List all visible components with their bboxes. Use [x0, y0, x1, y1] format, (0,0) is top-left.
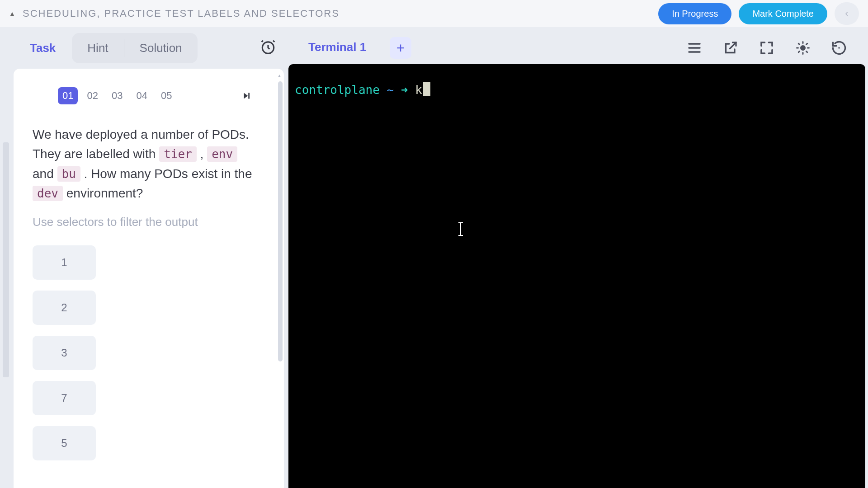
alarm-clock-icon [259, 38, 277, 56]
question-hint: Use selectors to filter the output [33, 215, 258, 229]
step-list: 01 02 03 04 05 [58, 87, 176, 104]
answer-list: 1 2 3 7 5 [33, 245, 258, 460]
terminal-viewport[interactable]: controlplane ~ ➜ k [288, 64, 865, 488]
code-bu: bu [57, 166, 80, 182]
step-01[interactable]: 01 [58, 87, 78, 104]
skip-next-icon [241, 90, 253, 102]
answer-option[interactable]: 1 [33, 245, 96, 280]
fullscreen-icon [759, 40, 775, 56]
mark-complete-button[interactable]: Mark Complete [739, 3, 827, 24]
chevron-left-icon: ‹ [845, 8, 848, 19]
question-fragment: environment? [63, 186, 143, 200]
timer-button[interactable] [252, 34, 284, 62]
in-progress-button[interactable]: In Progress [658, 3, 731, 24]
step-02[interactable]: 02 [82, 87, 102, 104]
code-dev: dev [33, 186, 63, 201]
terminal-panel: Terminal 1 + [288, 32, 865, 488]
tab-solution[interactable]: Solution [124, 33, 198, 63]
code-env: env [207, 146, 237, 162]
text-caret-icon [460, 222, 461, 236]
question-fragment: , [197, 147, 207, 161]
plus-icon: + [396, 40, 405, 56]
answer-option[interactable]: 3 [33, 336, 96, 370]
menu-button[interactable] [686, 40, 703, 56]
restore-icon [831, 40, 847, 56]
step-04[interactable]: 04 [132, 87, 151, 104]
terminal-tab-1[interactable]: Terminal 1 [293, 31, 382, 65]
add-terminal-button[interactable]: + [390, 37, 411, 59]
prompt-arrow: ➜ [401, 83, 408, 97]
question-fragment: . How many PODs exist in the [80, 167, 252, 181]
prompt-host: controlplane [295, 83, 380, 97]
left-resize-handle[interactable] [3, 142, 9, 377]
hamburger-icon [686, 40, 703, 56]
answer-option[interactable]: 7 [33, 381, 96, 415]
open-external-button[interactable] [722, 40, 739, 56]
tab-task[interactable]: Task [14, 33, 72, 63]
collapse-right-button[interactable]: ‹ [835, 2, 859, 25]
svg-rect-1 [248, 93, 250, 99]
terminal-line: controlplane ~ ➜ k [295, 82, 859, 97]
step-03[interactable]: 03 [107, 87, 127, 104]
scroll-up-icon: ▴ [278, 72, 281, 79]
code-tier: tier [159, 146, 197, 162]
step-05[interactable]: 05 [156, 87, 176, 104]
theme-button[interactable] [795, 40, 811, 56]
answer-option[interactable]: 5 [33, 426, 96, 460]
breadcrumb: SCHEDULING, PRACTICE TEST LABELS AND SEL… [23, 8, 658, 19]
sun-icon [795, 40, 811, 56]
reset-button[interactable] [831, 40, 847, 56]
chevron-up-icon[interactable]: ▲ [9, 10, 18, 17]
answer-option[interactable]: 2 [33, 291, 96, 325]
svg-point-3 [838, 47, 840, 49]
question-text: We have deployed a number of PODs. They … [33, 125, 258, 203]
question-fragment: and [33, 167, 57, 181]
skip-to-end-button[interactable] [236, 85, 258, 107]
fullscreen-button[interactable] [759, 40, 775, 56]
scroll-thumb[interactable] [278, 81, 283, 361]
task-panel: Task Hint Solution 01 02 03 04 [14, 32, 284, 488]
block-cursor [423, 82, 430, 96]
svg-point-2 [800, 45, 806, 51]
prompt-path: ~ [387, 83, 394, 97]
open-external-icon [722, 40, 739, 56]
scrollbar[interactable]: ▴ [277, 69, 284, 488]
terminal-typed: k [415, 83, 422, 97]
tab-hint[interactable]: Hint [72, 33, 123, 63]
